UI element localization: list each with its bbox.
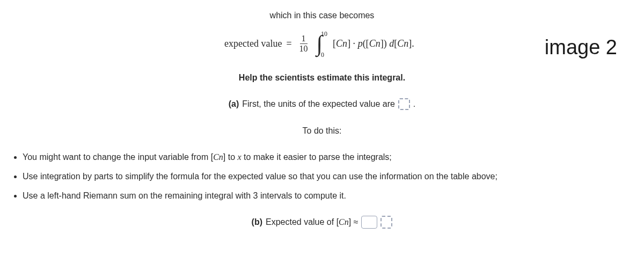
part-b-row: (b) Expected value of [Cn] ≈ (11, 215, 633, 229)
fraction-one-tenth: 1 10 (298, 34, 310, 53)
integral-upper-limit: 10 (321, 31, 327, 37)
integrand-part: ]. (408, 38, 414, 49)
part-b-text: Expected value of [Cn] ≈ (266, 215, 358, 229)
expected-value-formula: expected value = 1 10 ∫ 10 0 [Cn] · p([C… (224, 32, 414, 56)
integrand-part: ([ (363, 38, 369, 49)
part-a-text: First, the units of the expected value a… (242, 97, 395, 111)
part-b-label: (b) (252, 215, 262, 229)
part-a-row: (a) First, the units of the expected val… (11, 97, 633, 111)
part-a-period: . (413, 97, 415, 111)
help-instruction: Help the scientists estimate this integr… (11, 71, 633, 85)
expected-value-units-blank[interactable] (380, 216, 392, 229)
bullet-x: x (238, 152, 241, 162)
list-item: You might want to change the input varia… (23, 150, 633, 164)
integrand-part: ]) (380, 38, 390, 49)
integrand-d: d (389, 38, 394, 49)
integrand-p: p (358, 38, 363, 49)
bullet-text: Use integration by parts to simplify the… (23, 172, 497, 181)
bullet-text: ] to (223, 152, 238, 162)
integrand-cn: Cn (336, 38, 347, 49)
expected-value-input[interactable] (361, 216, 377, 229)
image-placeholder-label: image 2 (545, 31, 617, 64)
integral-symbol: ∫ 10 0 (317, 32, 328, 56)
formula-lhs: expected value (224, 36, 282, 52)
bullet-cn: Cn (213, 152, 223, 162)
part-b-text-before: Expected value of [ (266, 217, 339, 226)
integrand-part: ] · (347, 38, 358, 49)
part-a-label: (a) (229, 97, 239, 111)
integrand: [Cn] · p([Cn]) d[Cn]. (333, 36, 414, 52)
intro-text: which in this case becomes (11, 9, 633, 23)
fraction-numerator: 1 (300, 34, 308, 44)
bullet-text: You might want to change the input varia… (23, 152, 213, 162)
integrand-cn: Cn (369, 38, 380, 49)
fraction-denominator: 10 (298, 44, 310, 53)
bullet-text: Use a left-hand Riemann sum on the remai… (23, 191, 346, 200)
hint-list: You might want to change the input varia… (11, 150, 633, 202)
integral-lower-limit: 0 (321, 52, 324, 58)
part-b-cn: Cn (339, 217, 349, 226)
formula-row: expected value = 1 10 ∫ 10 0 [Cn] · p([C… (11, 32, 633, 56)
todo-heading: To do this: (11, 124, 633, 138)
part-b-text-mid: ] ≈ (349, 217, 358, 226)
list-item: Use integration by parts to simplify the… (23, 170, 633, 184)
integrand-cn: Cn (397, 38, 408, 49)
units-answer-blank[interactable] (398, 98, 410, 110)
bullet-text: to make it easier to parse the integrals… (241, 152, 392, 162)
list-item: Use a left-hand Riemann sum on the remai… (23, 189, 633, 203)
equals-sign: = (286, 36, 291, 52)
